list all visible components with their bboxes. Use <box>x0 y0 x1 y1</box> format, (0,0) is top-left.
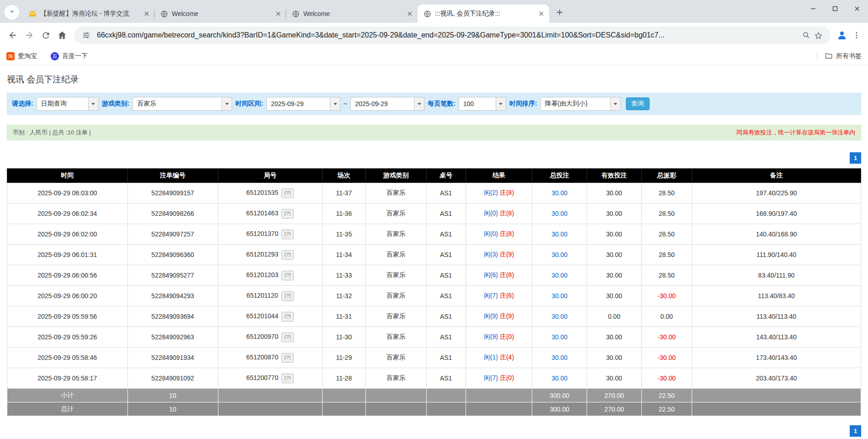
globe-favicon <box>160 10 168 18</box>
pagination-bottom: 1 <box>7 425 861 437</box>
query-type-select[interactable]: 日期查询 <box>37 97 99 111</box>
info-notice: 同局有效投注，统一计算在该局第一张注单内 <box>736 128 855 137</box>
dropdown-arrow-icon[interactable] <box>610 97 620 110</box>
video-replay-icon[interactable] <box>281 312 294 321</box>
round-id: 651200970 <box>246 333 278 340</box>
page-size-select[interactable]: 100 <box>459 97 506 111</box>
total-bet-link[interactable]: 30.00 <box>551 272 567 279</box>
video-replay-icon[interactable] <box>281 230 294 239</box>
valid-bet: 30.00 <box>587 203 642 224</box>
banker-result: 庄(0) <box>500 333 514 340</box>
video-replay-icon[interactable] <box>281 271 294 280</box>
subtotal-payout: 22.50 <box>641 389 692 402</box>
zoom-icon[interactable] <box>800 29 812 41</box>
column-header: 备注 <box>692 169 861 183</box>
table-row: 2025-09-29 05:58:46 522849091934 6512008… <box>7 348 861 368</box>
page-number-button[interactable]: 1 <box>850 152 861 164</box>
all-bookmarks-button[interactable]: 所有书签 <box>817 52 862 61</box>
bookmark-taobao[interactable]: 淘 爱淘宝 <box>6 52 37 60</box>
close-button[interactable] <box>846 0 868 17</box>
total-bet-link[interactable]: 30.00 <box>551 292 567 300</box>
dropdown-arrow-icon[interactable] <box>330 97 340 110</box>
total-count: 10 <box>127 402 218 416</box>
baidu-icon: 百 <box>51 52 59 60</box>
total-bet-link[interactable]: 30.00 <box>551 333 567 341</box>
table-row: 2025-09-29 06:01:31 522849096360 6512012… <box>7 245 861 265</box>
maximize-button[interactable] <box>824 0 846 17</box>
round-cell: 651200770 <box>218 368 322 389</box>
column-header: 场次 <box>322 169 365 183</box>
total-bet-link[interactable]: 30.00 <box>551 230 567 238</box>
page-number-button[interactable]: 1 <box>850 425 861 437</box>
result-cell: 闲(1) 庄(4) <box>466 348 532 368</box>
date-start-input[interactable]: 2025-09-29 <box>266 97 340 111</box>
url-text[interactable]: 66cxkj98.com/game/betrecord_search/kind3… <box>97 31 800 39</box>
valid-bet: 30.00 <box>587 327 642 348</box>
player-result: 闲(3) <box>484 251 498 258</box>
session: 11-29 <box>322 348 365 368</box>
tab-welcome-1[interactable]: Welcome <box>154 5 286 23</box>
total-bet-link[interactable]: 30.00 <box>551 375 567 382</box>
reload-button[interactable] <box>37 27 54 43</box>
total-bet-link[interactable]: 30.00 <box>551 210 567 217</box>
back-button[interactable] <box>5 27 21 43</box>
site-info-icon[interactable] <box>80 29 92 41</box>
video-replay-icon[interactable] <box>281 209 294 219</box>
total-bet-link[interactable]: 30.00 <box>551 313 567 320</box>
globe-favicon <box>423 10 431 18</box>
date-end-input[interactable]: 2025-09-29 <box>350 97 424 111</box>
tab-strip: 【新提醒】海燕论坛 - 博学交流 Welcome Welcome :::视讯, … <box>0 0 868 23</box>
video-replay-icon[interactable] <box>281 353 294 363</box>
bookmark-star-icon[interactable] <box>812 29 824 41</box>
minimize-button[interactable] <box>802 0 824 17</box>
dropdown-arrow-icon[interactable] <box>496 97 506 110</box>
bookmark-baidu[interactable]: 百 百度一下 <box>51 52 88 60</box>
new-tab-button[interactable] <box>553 6 566 20</box>
total-bet-link[interactable]: 30.00 <box>551 189 567 197</box>
tab-close-icon[interactable] <box>274 10 282 18</box>
note: 197.40/225.90 <box>692 183 861 203</box>
video-replay-icon[interactable] <box>281 188 294 198</box>
forward-button[interactable] <box>21 27 37 43</box>
table-body: 2025-09-29 06:03:00 522849099157 6512015… <box>7 183 861 389</box>
sort-select[interactable]: 降幂(由大到小) <box>540 97 621 111</box>
video-replay-icon[interactable] <box>281 250 294 260</box>
result-cell: 闲(0) 庄(8) <box>466 224 532 245</box>
game-type-select[interactable]: 百家乐 <box>132 97 232 111</box>
round-id: 651201203 <box>246 271 278 278</box>
chevron-down-icon <box>9 8 15 16</box>
valid-bet: 30.00 <box>587 183 642 203</box>
banker-result: 庄(9) <box>500 251 514 258</box>
video-replay-icon[interactable] <box>281 332 294 342</box>
bet-time: 2025-09-29 05:59:26 <box>7 327 128 348</box>
player-result: 闲(7) <box>484 374 498 381</box>
total-bet-link[interactable]: 30.00 <box>551 251 567 258</box>
total-bet-link[interactable]: 30.00 <box>551 354 567 361</box>
tab-bet-records[interactable]: :::视讯, 会员下注纪录::: <box>418 5 549 23</box>
note: 83.40/111.90 <box>692 265 861 286</box>
bet-time: 2025-09-29 06:00:56 <box>7 265 128 286</box>
video-replay-icon[interactable] <box>281 374 294 383</box>
dropdown-arrow-icon[interactable] <box>414 97 424 110</box>
result-cell: 闲(7) 庄(0) <box>466 368 532 389</box>
dropdown-arrow-icon[interactable] <box>222 97 232 110</box>
bet-id: 522849096360 <box>127 245 218 265</box>
tab-close-icon[interactable] <box>143 10 151 18</box>
tab-forum[interactable]: 【新提醒】海燕论坛 - 博学交流 <box>23 5 154 23</box>
currency-summary: 币别 : 人民币 | 总共 :10 注单 | <box>13 128 91 137</box>
table-number: AS1 <box>426 306 466 327</box>
url-bar[interactable]: 66cxkj98.com/game/betrecord_search/kind3… <box>74 27 831 44</box>
profile-icon[interactable] <box>834 27 850 43</box>
dropdown-arrow-icon[interactable] <box>88 97 98 110</box>
column-header: 总派彩 <box>641 169 692 183</box>
tab-close-icon[interactable] <box>537 10 545 18</box>
tab-search-button[interactable] <box>5 5 19 20</box>
home-button[interactable] <box>54 27 70 43</box>
table-row: 2025-09-29 06:03:00 522849099157 6512015… <box>7 183 861 203</box>
menu-icon[interactable] <box>850 27 863 43</box>
video-replay-icon[interactable] <box>281 291 294 301</box>
tab-close-icon[interactable] <box>406 10 414 18</box>
search-button[interactable]: 查询 <box>626 97 650 110</box>
result-cell: 闲(3) 庄(9) <box>466 245 532 265</box>
tab-welcome-2[interactable]: Welcome <box>286 5 418 23</box>
